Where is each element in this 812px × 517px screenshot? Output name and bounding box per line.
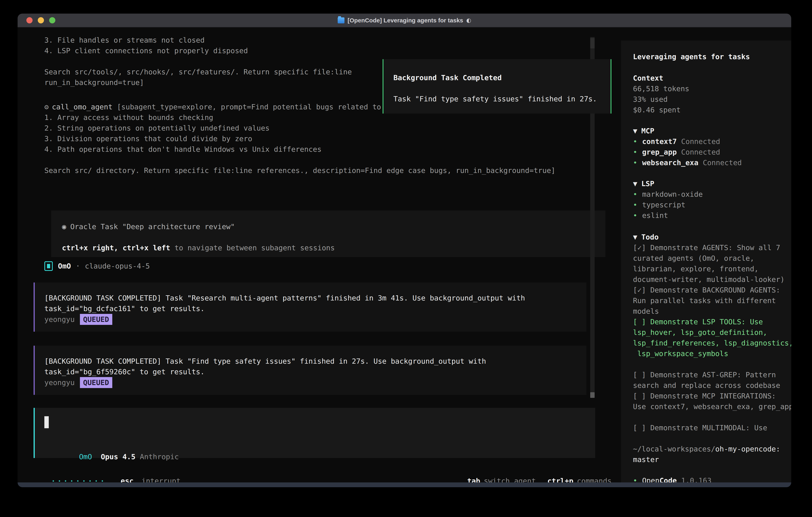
prompt-input[interactable]: OmOOpus 4.5Anthropic (34, 408, 595, 458)
mcp-section: ▼MCP •context7Connected •grep_appConnect… (633, 126, 742, 168)
task-box-list: [BACKGROUND TASK COMPLETED] Task "Resear… (34, 282, 586, 409)
task-line-2: task_id="bg_dcfac161" to get results. (45, 303, 205, 314)
sidebar: Leveraging agents for tasks Context 66,5… (621, 40, 791, 487)
scrollback-line: run_in_background=true] (45, 77, 352, 88)
zoom-button[interactable] (49, 17, 55, 23)
chevron-down-icon: ▼ (633, 233, 637, 241)
clock-icon: ◐ (466, 17, 471, 24)
notification-body: Task "Find type safety issues" finished … (394, 93, 597, 104)
tool-call-line (45, 155, 576, 165)
close-button[interactable] (26, 17, 33, 23)
status-dot-icon: • (633, 211, 637, 219)
main-scrollbar-thumb[interactable] (590, 392, 594, 398)
todo-line: [ ] Demonstrate LSP TOOLS: Use (633, 317, 791, 327)
window-bottom-edge (18, 483, 791, 487)
notification-title: Background Task Completed (394, 72, 502, 83)
oracle-task-box: ◉Oracle Task "Deep architecture review" … (51, 211, 605, 257)
notification-toast: Background Task Completed Task "Find typ… (383, 59, 611, 113)
todo-line: models (633, 306, 791, 317)
hint-text: to navigate between subagent sessions (170, 244, 335, 252)
input-model-name: Opus 4.5 (101, 453, 135, 461)
context-stat: 66,518 tokens (633, 83, 689, 94)
text-cursor (45, 416, 49, 428)
lsp-heading: LSP (641, 180, 655, 188)
workspace-repo: oh-my-opencode: (715, 445, 780, 453)
todo-line: librarian, explore, frontend, (633, 264, 791, 274)
model-name: claude-opus-4-5 (85, 261, 150, 271)
status-dot-icon: • (633, 201, 637, 209)
context-section: Context 66,518 tokens 33% used $0.46 spe… (633, 73, 689, 115)
todo-line: [ ] Demonstrate MULTIMODAL: Use (633, 423, 791, 433)
lsp-server-name: typescript (642, 201, 686, 209)
status-badge: QUEUED (80, 314, 112, 325)
status-dot-icon: • (633, 148, 637, 156)
agent-name: OmO (58, 261, 71, 271)
status-dot-icon: • (633, 137, 637, 145)
scrollback-line: Search src/tools/, src/hooks/, src/featu… (45, 66, 352, 77)
task-meta-line: yeongyuQUEUED (45, 377, 112, 388)
workspace-branch: master (633, 454, 780, 465)
window-title: [OpenCode] Leveraging agents for tasks ◐ (338, 17, 471, 24)
workspace-path: ~/local-workspaces/oh-my-opencode: (633, 444, 780, 454)
task-meta-line: yeongyuQUEUED (45, 314, 112, 325)
task-user: yeongyu (45, 378, 75, 387)
todo-line (633, 359, 791, 370)
folder-icon (338, 18, 345, 23)
context-stat: $0.46 spent (633, 105, 689, 115)
tool-name: call_omo_agent (52, 103, 113, 111)
todo-line: Run parallel tasks with different (633, 295, 791, 306)
traffic-lights (26, 13, 55, 27)
todo-heading-line: ▼Todo (633, 232, 791, 242)
mcp-server-name: context7 (642, 137, 677, 145)
status-badge: QUEUED (80, 377, 112, 388)
scrollback-line: 4. LSP client connections not properly d… (45, 45, 352, 56)
mcp-server-status: Connected (703, 159, 742, 167)
context-stat: 33% used (633, 94, 689, 105)
radio-icon: ◉ (62, 222, 66, 231)
lsp-section: ▼LSP •markdown-oxide •typescript •eslint (633, 178, 703, 221)
input-agent-name: OmO (79, 453, 92, 461)
todo-section: ▼Todo [✓] Demonstrate AGENTS: Show all 7… (633, 232, 791, 433)
lsp-item: •markdown-oxide (633, 189, 703, 199)
todo-line: search and replace across codebase (633, 380, 791, 391)
mcp-server-status: Connected (681, 148, 720, 156)
status-dot-icon: • (633, 190, 637, 198)
context-heading: Context (633, 73, 689, 83)
todo-line: lsp_workspace_symbols (633, 348, 791, 359)
mcp-heading: MCP (641, 127, 655, 135)
mcp-item: •context7Connected (633, 136, 742, 147)
scrollback-line: 3. File handles or streams not closed (45, 35, 352, 45)
task-line-1: [BACKGROUND TASK COMPLETED] Task "Find t… (45, 356, 486, 366)
todo-line: [ ] Demonstrate AST-GREP: Pattern (633, 370, 791, 380)
todo-line: lsp_find_references, lsp_diagnostics, (633, 338, 791, 348)
mcp-item: •grep_appConnected (633, 147, 742, 157)
oracle-task-title-line: ◉Oracle Task "Deep architecture review" (62, 221, 235, 232)
terminal-window: [OpenCode] Leveraging agents for tasks ◐… (18, 13, 791, 487)
background-task-box: [BACKGROUND TASK COMPLETED] Task "Resear… (34, 282, 586, 332)
todo-line: lsp_hover, lsp_goto_definition, (633, 327, 791, 338)
main-scrollbar-thumb-top[interactable] (590, 38, 594, 48)
status-dot-icon: • (633, 159, 637, 167)
todo-line: [✓] Demonstrate BACKGROUND AGENTS: (633, 285, 791, 295)
lsp-server-name: markdown-oxide (642, 190, 703, 198)
tool-call-line: Search src/ directory. Return specific f… (45, 165, 576, 176)
task-line-1: [BACKGROUND TASK COMPLETED] Task "Resear… (45, 293, 525, 303)
mcp-server-name: websearch_exa (642, 159, 698, 167)
window-title-text: [OpenCode] Leveraging agents for tasks (348, 17, 463, 24)
minimize-button[interactable] (38, 17, 44, 23)
input-footer: OmOOpus 4.5Anthropic (45, 441, 179, 472)
todo-line (633, 412, 791, 423)
lsp-item: •eslint (633, 210, 703, 221)
workspace-section: ~/local-workspaces/oh-my-opencode: maste… (633, 444, 780, 465)
todo-line: [✓] Demonstrate AGENTS: Show all 7 (633, 242, 791, 253)
lsp-server-name: eslint (642, 211, 668, 219)
agent-model-line: OmO · claude-opus-4-5 (45, 261, 150, 271)
workspace-path-prefix: ~/local-workspaces/ (633, 445, 715, 453)
task-user: yeongyu (45, 315, 75, 324)
oracle-task-title: Oracle Task "Deep architecture review" (70, 222, 235, 231)
input-provider-name: Anthropic (140, 453, 179, 461)
tool-call-line: 2. String operations on potentially unde… (45, 123, 576, 133)
gear-icon: ⚙ (45, 103, 49, 111)
todo-heading: Todo (641, 233, 659, 241)
mcp-item: •websearch_exaConnected (633, 157, 742, 168)
